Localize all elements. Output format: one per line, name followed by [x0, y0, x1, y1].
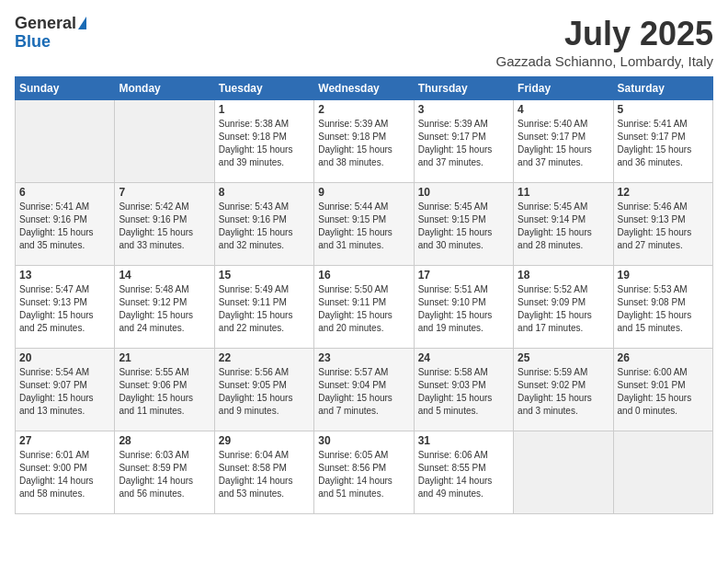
day-info: Sunrise: 6:04 AM Sunset: 8:58 PM Dayligh…	[219, 449, 310, 500]
day-info: Sunrise: 5:44 AM Sunset: 9:15 PM Dayligh…	[318, 201, 409, 252]
day-info: Sunrise: 5:55 AM Sunset: 9:06 PM Dayligh…	[119, 366, 210, 418]
calendar-cell: 26Sunrise: 6:00 AM Sunset: 9:01 PM Dayli…	[613, 349, 712, 431]
day-info: Sunrise: 5:38 AM Sunset: 9:18 PM Dayligh…	[219, 118, 310, 169]
calendar-cell: 30Sunrise: 6:05 AM Sunset: 8:56 PM Dayli…	[314, 431, 414, 514]
calendar-cell: 8Sunrise: 5:43 AM Sunset: 9:16 PM Daylig…	[214, 183, 313, 266]
calendar-cell: 18Sunrise: 5:52 AM Sunset: 9:09 PM Dayli…	[514, 266, 613, 349]
day-number: 11	[518, 186, 609, 199]
day-header-tuesday: Tuesday	[214, 77, 313, 100]
day-info: Sunrise: 5:50 AM Sunset: 9:11 PM Dayligh…	[318, 283, 409, 335]
calendar-cell	[514, 431, 613, 514]
day-number: 25	[518, 351, 609, 364]
day-header-sunday: Sunday	[16, 77, 115, 100]
day-number: 15	[219, 269, 310, 282]
calendar-cell: 11Sunrise: 5:45 AM Sunset: 9:14 PM Dayli…	[514, 183, 613, 266]
week-row-2: 6Sunrise: 5:41 AM Sunset: 9:16 PM Daylig…	[16, 183, 713, 266]
calendar-cell: 17Sunrise: 5:51 AM Sunset: 9:10 PM Dayli…	[414, 266, 513, 349]
day-number: 13	[19, 269, 110, 282]
calendar-cell: 7Sunrise: 5:42 AM Sunset: 9:16 PM Daylig…	[115, 183, 214, 266]
calendar-cell: 27Sunrise: 6:01 AM Sunset: 9:00 PM Dayli…	[16, 431, 115, 514]
calendar-cell	[16, 100, 115, 183]
calendar-cell: 9Sunrise: 5:44 AM Sunset: 9:15 PM Daylig…	[314, 183, 414, 266]
day-info: Sunrise: 5:42 AM Sunset: 9:16 PM Dayligh…	[119, 201, 210, 252]
day-number: 9	[318, 186, 409, 199]
day-info: Sunrise: 5:41 AM Sunset: 9:17 PM Dayligh…	[618, 118, 709, 169]
day-info: Sunrise: 5:41 AM Sunset: 9:16 PM Dayligh…	[19, 201, 110, 252]
calendar-cell: 14Sunrise: 5:48 AM Sunset: 9:12 PM Dayli…	[115, 266, 214, 349]
calendar-cell: 16Sunrise: 5:50 AM Sunset: 9:11 PM Dayli…	[314, 266, 414, 349]
day-number: 4	[518, 103, 609, 116]
day-info: Sunrise: 5:49 AM Sunset: 9:11 PM Dayligh…	[219, 283, 310, 335]
day-number: 19	[618, 269, 709, 282]
calendar-cell: 5Sunrise: 5:41 AM Sunset: 9:17 PM Daylig…	[613, 100, 712, 183]
day-number: 20	[19, 351, 110, 364]
days-header-row: SundayMondayTuesdayWednesdayThursdayFrid…	[16, 77, 713, 100]
calendar-cell: 6Sunrise: 5:41 AM Sunset: 9:16 PM Daylig…	[16, 183, 115, 266]
week-row-5: 27Sunrise: 6:01 AM Sunset: 9:00 PM Dayli…	[16, 431, 713, 514]
calendar-cell: 21Sunrise: 5:55 AM Sunset: 9:06 PM Dayli…	[115, 349, 214, 431]
day-info: Sunrise: 5:43 AM Sunset: 9:16 PM Dayligh…	[219, 201, 310, 252]
calendar-cell	[115, 100, 214, 183]
calendar-cell: 3Sunrise: 5:39 AM Sunset: 9:17 PM Daylig…	[414, 100, 513, 183]
day-info: Sunrise: 6:01 AM Sunset: 9:00 PM Dayligh…	[19, 449, 110, 500]
day-info: Sunrise: 5:45 AM Sunset: 9:14 PM Dayligh…	[518, 201, 609, 252]
day-number: 27	[19, 434, 110, 447]
day-number: 30	[318, 434, 409, 447]
day-info: Sunrise: 5:39 AM Sunset: 9:17 PM Dayligh…	[418, 118, 509, 169]
calendar-cell: 25Sunrise: 5:59 AM Sunset: 9:02 PM Dayli…	[514, 349, 613, 431]
day-number: 1	[219, 103, 310, 116]
calendar-cell: 31Sunrise: 6:06 AM Sunset: 8:55 PM Dayli…	[414, 431, 513, 514]
day-info: Sunrise: 5:48 AM Sunset: 9:12 PM Dayligh…	[119, 283, 210, 335]
day-number: 28	[119, 434, 210, 447]
logo-blue: Blue	[15, 32, 51, 51]
calendar-cell: 1Sunrise: 5:38 AM Sunset: 9:18 PM Daylig…	[214, 100, 313, 183]
day-header-friday: Friday	[514, 77, 613, 100]
day-info: Sunrise: 5:58 AM Sunset: 9:03 PM Dayligh…	[418, 366, 509, 418]
day-header-wednesday: Wednesday	[314, 77, 414, 100]
day-number: 29	[219, 434, 310, 447]
calendar-cell: 4Sunrise: 5:40 AM Sunset: 9:17 PM Daylig…	[514, 100, 613, 183]
calendar-cell: 24Sunrise: 5:58 AM Sunset: 9:03 PM Dayli…	[414, 349, 513, 431]
calendar-cell: 19Sunrise: 5:53 AM Sunset: 9:08 PM Dayli…	[613, 266, 712, 349]
week-row-4: 20Sunrise: 5:54 AM Sunset: 9:07 PM Dayli…	[16, 349, 713, 431]
day-info: Sunrise: 5:39 AM Sunset: 9:18 PM Dayligh…	[318, 118, 409, 169]
day-number: 31	[418, 434, 509, 447]
day-info: Sunrise: 6:06 AM Sunset: 8:55 PM Dayligh…	[418, 449, 509, 500]
day-info: Sunrise: 5:46 AM Sunset: 9:13 PM Dayligh…	[618, 201, 709, 252]
day-info: Sunrise: 5:57 AM Sunset: 9:04 PM Dayligh…	[318, 366, 409, 418]
calendar-cell: 20Sunrise: 5:54 AM Sunset: 9:07 PM Dayli…	[16, 349, 115, 431]
month-title: July 2025	[495, 15, 713, 53]
day-number: 3	[418, 103, 509, 116]
page-header: General Blue July 2025 Gazzada Schianno,…	[15, 15, 713, 69]
day-number: 18	[518, 269, 609, 282]
title-block: July 2025 Gazzada Schianno, Lombardy, It…	[495, 15, 713, 69]
day-number: 5	[618, 103, 709, 116]
day-number: 26	[618, 351, 709, 364]
calendar-cell: 15Sunrise: 5:49 AM Sunset: 9:11 PM Dayli…	[214, 266, 313, 349]
day-info: Sunrise: 5:47 AM Sunset: 9:13 PM Dayligh…	[19, 283, 110, 335]
calendar-cell: 22Sunrise: 5:56 AM Sunset: 9:05 PM Dayli…	[214, 349, 313, 431]
calendar-cell: 23Sunrise: 5:57 AM Sunset: 9:04 PM Dayli…	[314, 349, 414, 431]
logo-general: General	[15, 14, 76, 32]
calendar-cell: 13Sunrise: 5:47 AM Sunset: 9:13 PM Dayli…	[16, 266, 115, 349]
calendar-cell: 12Sunrise: 5:46 AM Sunset: 9:13 PM Dayli…	[613, 183, 712, 266]
day-number: 21	[119, 351, 210, 364]
calendar-cell: 2Sunrise: 5:39 AM Sunset: 9:18 PM Daylig…	[314, 100, 414, 183]
day-info: Sunrise: 5:56 AM Sunset: 9:05 PM Dayligh…	[219, 366, 310, 418]
day-header-saturday: Saturday	[613, 77, 712, 100]
location-subtitle: Gazzada Schianno, Lombardy, Italy	[495, 53, 713, 69]
day-number: 10	[418, 186, 509, 199]
day-info: Sunrise: 5:53 AM Sunset: 9:08 PM Dayligh…	[618, 283, 709, 335]
day-header-monday: Monday	[115, 77, 214, 100]
day-number: 23	[318, 351, 409, 364]
day-number: 7	[119, 186, 210, 199]
calendar-cell	[613, 431, 712, 514]
week-row-3: 13Sunrise: 5:47 AM Sunset: 9:13 PM Dayli…	[16, 266, 713, 349]
logo: General Blue	[15, 15, 86, 52]
calendar-cell: 29Sunrise: 6:04 AM Sunset: 8:58 PM Dayli…	[214, 431, 313, 514]
day-number: 22	[219, 351, 310, 364]
week-row-1: 1Sunrise: 5:38 AM Sunset: 9:18 PM Daylig…	[16, 100, 713, 183]
day-number: 17	[418, 269, 509, 282]
calendar-cell: 10Sunrise: 5:45 AM Sunset: 9:15 PM Dayli…	[414, 183, 513, 266]
day-header-thursday: Thursday	[414, 77, 513, 100]
